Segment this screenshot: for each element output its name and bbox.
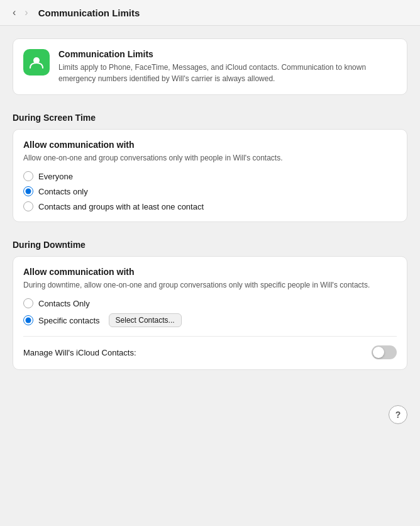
downtime-radio-group: Contacts Only Specific contacts Select C… xyxy=(23,298,397,327)
screen-time-everyone-radio[interactable] xyxy=(23,171,33,181)
back-icon: ‹ xyxy=(13,7,16,18)
screen-time-card-title: Allow communication with xyxy=(23,140,397,150)
screen-time-card-desc: Allow one-on-one and group conversations… xyxy=(23,152,397,164)
downtime-card: Allow communication with During downtime… xyxy=(13,256,407,370)
manage-row: Manage Will's iCloud Contacts: xyxy=(23,336,397,359)
page-title: Communication Limits xyxy=(38,8,140,18)
screen-time-contacts-groups-label: Contacts and groups with at least one co… xyxy=(38,202,204,211)
toggle-thumb xyxy=(373,347,384,358)
downtime-section-label: During Downtime xyxy=(13,240,407,250)
screen-time-contacts-only-radio[interactable] xyxy=(23,186,33,196)
manage-toggle[interactable] xyxy=(372,345,397,359)
info-text: Communication Limits Limits apply to Pho… xyxy=(58,49,397,84)
app-icon xyxy=(23,49,50,76)
screen-time-contacts-only-label: Contacts only xyxy=(38,187,88,196)
manage-label: Manage Will's iCloud Contacts: xyxy=(23,348,136,357)
nav-bar: ‹ › Communication Limits xyxy=(0,0,420,26)
screen-time-contacts-only-option[interactable]: Contacts only xyxy=(23,186,397,196)
downtime-card-desc: During downtime, allow one-on-one and gr… xyxy=(23,279,397,291)
downtime-contacts-only-label: Contacts Only xyxy=(38,299,90,308)
contacts-icon xyxy=(28,54,45,70)
downtime-specific-option[interactable]: Specific contacts Select Contacts... xyxy=(23,313,397,327)
forward-button[interactable]: › xyxy=(22,6,30,19)
help-button[interactable]: ? xyxy=(389,405,407,424)
screen-time-radio-group: Everyone Contacts only Contacts and grou… xyxy=(23,171,397,211)
help-btn-container: ? xyxy=(0,400,420,434)
back-button[interactable]: ‹ xyxy=(10,6,18,19)
downtime-card-title: Allow communication with xyxy=(23,267,397,277)
info-card: Communication Limits Limits apply to Pho… xyxy=(13,38,407,95)
info-card-title: Communication Limits xyxy=(58,49,397,59)
screen-time-contacts-groups-option[interactable]: Contacts and groups with at least one co… xyxy=(23,201,397,211)
screen-time-section-label: During Screen Time xyxy=(13,113,407,123)
downtime-contacts-only-option[interactable]: Contacts Only xyxy=(23,298,397,308)
screen-time-everyone-label: Everyone xyxy=(38,172,73,181)
downtime-specific-radio[interactable] xyxy=(23,315,33,325)
main-content: Communication Limits Limits apply to Pho… xyxy=(0,26,420,400)
downtime-contacts-only-radio[interactable] xyxy=(23,298,33,308)
screen-time-contacts-groups-radio[interactable] xyxy=(23,201,33,211)
info-card-description: Limits apply to Phone, FaceTime, Message… xyxy=(58,62,397,84)
screen-time-everyone-option[interactable]: Everyone xyxy=(23,171,397,181)
forward-icon: › xyxy=(25,7,28,18)
downtime-specific-label: Specific contacts xyxy=(38,316,100,325)
select-contacts-button[interactable]: Select Contacts... xyxy=(109,313,182,327)
screen-time-card: Allow communication with Allow one-on-on… xyxy=(13,129,407,222)
